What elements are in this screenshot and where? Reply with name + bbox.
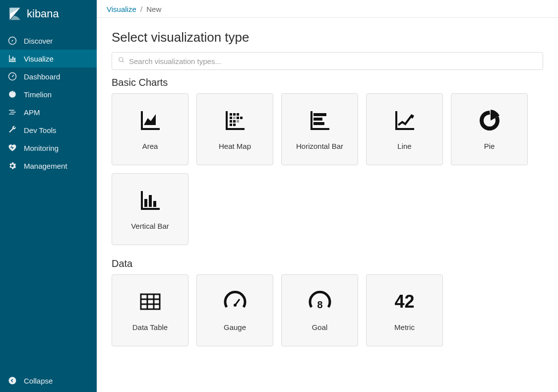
vis-label: Goal — [312, 323, 328, 331]
vis-label: Vertical Bar — [131, 222, 169, 230]
main: Visualize / New Select visualization typ… — [97, 0, 558, 392]
svg-rect-21 — [149, 195, 152, 207]
search-box[interactable] — [112, 52, 543, 70]
vis-card-gauge[interactable]: Gauge — [196, 274, 273, 346]
sidebar-item-label: Timelion — [24, 90, 52, 99]
vis-grid-basic-charts: Area Heat Map Horizontal Bar Line Pie Ve… — [112, 93, 543, 245]
svg-rect-6 — [233, 113, 236, 116]
breadcrumb-link-visualize[interactable]: Visualize — [107, 5, 136, 13]
horizontal-bar-icon — [308, 108, 332, 133]
sidebar-item-label: Monitoring — [24, 144, 59, 152]
svg-rect-19 — [313, 122, 324, 125]
svg-rect-10 — [237, 117, 239, 119]
search-input[interactable] — [129, 57, 537, 65]
svg-point-4 — [119, 58, 123, 62]
svg-rect-13 — [233, 120, 236, 123]
page-title: Select visualization type — [112, 30, 543, 45]
vis-grid-data: Data Table Gauge 8 Goal 42 Metric — [112, 274, 543, 346]
sidebar-item-label: Management — [24, 162, 67, 170]
svg-rect-20 — [144, 199, 147, 207]
vis-card-heat-map[interactable]: Heat Map — [196, 93, 273, 165]
vis-label: Line — [397, 142, 411, 150]
sidebar: kibana Discover Visualize Dashboard Time… — [0, 0, 97, 392]
line-chart-icon — [392, 108, 417, 133]
sidebar-item-label: Visualize — [24, 55, 54, 63]
table-icon — [138, 289, 163, 314]
vis-label: Metric — [394, 323, 415, 331]
apm-icon — [8, 108, 17, 117]
gauge-circle-icon — [8, 72, 17, 81]
sidebar-item-label: Dashboard — [24, 72, 60, 81]
content: Select visualization type Basic Charts A… — [97, 18, 558, 392]
search-icon — [118, 57, 125, 65]
breadcrumb: Visualize / New — [97, 0, 558, 18]
svg-text:8: 8 — [317, 299, 322, 310]
svg-rect-22 — [153, 201, 156, 207]
vis-card-line[interactable]: Line — [366, 93, 443, 165]
sidebar-item-timelion[interactable]: Timelion — [0, 85, 97, 103]
svg-rect-18 — [313, 118, 322, 121]
collapse-icon — [8, 376, 17, 385]
sidebar-item-management[interactable]: Management — [0, 157, 97, 175]
vis-card-data-table[interactable]: Data Table — [112, 274, 188, 346]
area-chart-icon — [138, 108, 163, 133]
svg-rect-23 — [141, 294, 160, 309]
vis-label: Pie — [484, 142, 495, 150]
chart-icon — [8, 54, 17, 63]
app-name: kibana — [27, 7, 59, 20]
kibana-logo-icon — [8, 7, 22, 21]
timelion-icon — [8, 90, 17, 99]
sidebar-item-visualize[interactable]: Visualize — [0, 50, 97, 67]
svg-rect-16 — [233, 124, 236, 126]
svg-rect-9 — [233, 117, 236, 119]
vis-label: Area — [142, 142, 158, 150]
heatmap-icon — [223, 108, 248, 133]
vis-label: Horizontal Bar — [296, 142, 343, 150]
heartbeat-icon — [8, 143, 17, 152]
vis-label: Data Table — [132, 323, 168, 331]
svg-rect-17 — [313, 113, 326, 116]
sidebar-item-label: Dev Tools — [24, 126, 57, 134]
vis-card-vertical-bar[interactable]: Vertical Bar — [112, 173, 188, 245]
svg-rect-11 — [240, 117, 243, 119]
svg-rect-8 — [230, 117, 232, 119]
nav: Discover Visualize Dashboard Timelion AP… — [0, 28, 97, 369]
svg-rect-14 — [237, 120, 239, 123]
svg-rect-7 — [237, 113, 239, 116]
goal-icon: 8 — [308, 289, 332, 314]
svg-point-2 — [12, 76, 13, 77]
svg-rect-12 — [230, 120, 232, 123]
section-title-data: Data — [112, 258, 543, 269]
sidebar-item-label: Discover — [24, 37, 53, 45]
sidebar-item-label: APM — [24, 108, 40, 117]
section-title-basic-charts: Basic Charts — [112, 77, 543, 88]
vertical-bar-icon — [138, 188, 163, 213]
logo[interactable]: kibana — [0, 0, 97, 28]
metric-icon: 42 — [394, 289, 414, 314]
sidebar-item-apm[interactable]: APM — [0, 103, 97, 121]
svg-point-3 — [9, 377, 16, 385]
wrench-icon — [8, 126, 17, 134]
sidebar-item-dev-tools[interactable]: Dev Tools — [0, 121, 97, 139]
pie-chart-icon — [477, 108, 502, 133]
breadcrumb-separator: / — [140, 5, 142, 13]
svg-rect-5 — [230, 113, 232, 116]
sidebar-item-dashboard[interactable]: Dashboard — [0, 67, 97, 85]
vis-card-goal[interactable]: 8 Goal — [281, 274, 358, 346]
vis-label: Gauge — [224, 323, 246, 331]
collapse-label: Collapse — [24, 377, 53, 385]
sidebar-item-monitoring[interactable]: Monitoring — [0, 139, 97, 157]
vis-label: Heat Map — [219, 142, 251, 150]
sidebar-item-discover[interactable]: Discover — [0, 32, 97, 50]
vis-card-pie[interactable]: Pie — [451, 93, 528, 165]
vis-card-metric[interactable]: 42 Metric — [366, 274, 443, 346]
vis-card-area[interactable]: Area — [112, 93, 188, 165]
gauge-icon — [223, 289, 248, 314]
collapse-button[interactable]: Collapse — [0, 369, 97, 392]
svg-rect-15 — [230, 124, 232, 126]
gear-icon — [8, 161, 17, 170]
vis-card-horizontal-bar[interactable]: Horizontal Bar — [281, 93, 358, 165]
breadcrumb-current: New — [146, 5, 161, 13]
compass-icon — [8, 36, 17, 45]
